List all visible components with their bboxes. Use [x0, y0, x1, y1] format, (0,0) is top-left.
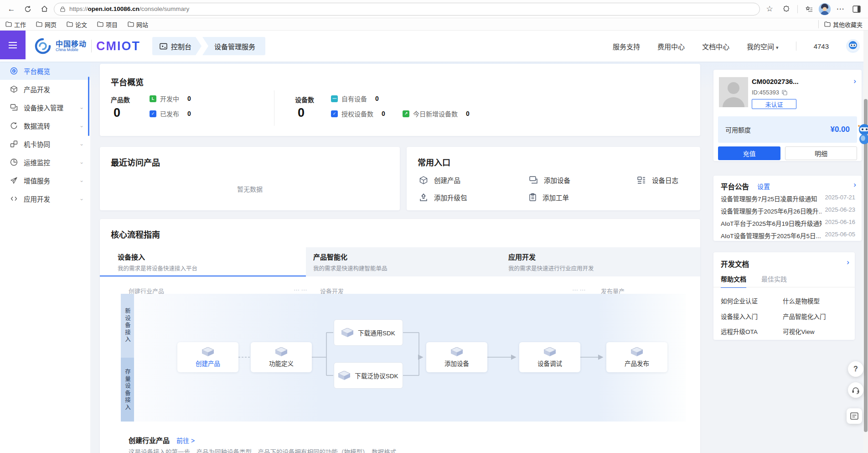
node-create-product[interactable]: 创建产品	[177, 342, 238, 372]
support-float-button[interactable]	[848, 382, 863, 398]
breadcrumb-console[interactable]: 控制台	[152, 37, 202, 55]
node-label: 添加设备	[444, 359, 469, 368]
node-function-definition[interactable]: 功能定义	[251, 342, 312, 372]
sidebar-item-value-added[interactable]: 增值服务 ⌄	[0, 171, 90, 189]
sidebar-item-platform-overview[interactable]: 平台概览	[0, 62, 90, 80]
announcement-row[interactable]: AIoT平台于2025年6月19日晚升级通知2025-06-16	[721, 219, 855, 228]
help-float-button[interactable]: ?	[848, 361, 863, 377]
node-device-debug[interactable]: 设备调试	[519, 342, 580, 372]
browser-toolbar: ← https://open.iot.10086.cn/console/summ…	[0, 0, 868, 18]
nav-my-space[interactable]: 我的空间▾	[747, 42, 779, 51]
doc-link-visual-view[interactable]: 可视化View	[783, 327, 815, 336]
recharge-button[interactable]: 充值	[718, 146, 780, 160]
announcement-row[interactable]: 设备管理服务7月25日凌晨升级通知2025-07-21	[721, 194, 855, 203]
value-added-icon	[10, 177, 18, 184]
announcements-settings-link[interactable]: 设置	[757, 182, 770, 191]
bookmark-folder-work[interactable]: 工作	[5, 20, 26, 29]
account-card: CM00202736... › ID:455393 未认证 可用额度 ¥0.00…	[713, 70, 862, 161]
browser-menu-button[interactable]: ⋯	[833, 2, 847, 16]
node-add-device[interactable]: 添加设备	[426, 342, 487, 372]
doc-link-enterprise-cert[interactable]: 如何企业认证	[721, 296, 758, 305]
nav-service-support[interactable]: 服务支持	[613, 42, 640, 51]
account-name[interactable]: CM00202736...	[752, 78, 799, 85]
node-download-pan-protocol-sdk[interactable]: 下载泛协议SDK	[334, 362, 403, 389]
guide-footer-title: 创建行业产品	[129, 435, 170, 445]
favorite-this-page-button[interactable]: ☆	[763, 2, 776, 16]
quick-add-device[interactable]: 添加设备	[529, 175, 570, 185]
docs-tab-help[interactable]: 帮助文档	[721, 274, 746, 288]
node-label: 功能定义	[269, 359, 294, 368]
bookmark-folder-web[interactable]: 网页	[36, 20, 57, 29]
sidebar-item-app-dev[interactable]: 应用开发 ⌄	[0, 189, 90, 208]
quick-create-product[interactable]: 创建产品	[419, 175, 460, 185]
user-mascot-avatar[interactable]	[846, 39, 860, 53]
bookmark-folder-projects[interactable]: 项目	[97, 20, 118, 29]
copy-icon[interactable]	[782, 90, 787, 95]
menu-toggle-button[interactable]	[0, 31, 26, 59]
address-bar[interactable]: https://open.iot.10086.cn/console/summar…	[54, 3, 760, 16]
sidebar-item-data-flow[interactable]: 数据流转 ⌄	[0, 116, 90, 135]
chevron-down-icon: ⌄	[79, 141, 84, 147]
unverified-badge[interactable]: 未认证	[752, 99, 796, 109]
bookmark-folder-sites[interactable]: 网站	[128, 20, 148, 29]
developing-icon: L	[150, 95, 156, 102]
other-favorites-folder[interactable]: 其他收藏夹	[824, 20, 863, 29]
announcement-row[interactable]: 设备管理服务于2025年6月26日晚升...2025-06-23	[721, 206, 855, 215]
quick-add-ticket[interactable]: 添加工单	[529, 193, 569, 202]
docs-tab-best-practice[interactable]: 最佳实践	[761, 274, 787, 283]
console-icon	[160, 43, 167, 50]
account-chevron-icon[interactable]: ›	[853, 77, 856, 86]
sidebar-item-device-access[interactable]: 设备接入管理 ⌄	[0, 98, 90, 116]
breadcrumb-device-service[interactable]: 设备管理服务	[202, 37, 265, 55]
refresh-button[interactable]	[21, 2, 35, 16]
tab-app-development[interactable]: 应用开发 我的需求是快速进行行业应用开发	[501, 247, 700, 276]
home-button[interactable]	[37, 2, 51, 16]
docs-chevron-icon[interactable]: ›	[847, 258, 849, 267]
bookmark-folder-papers[interactable]: 论文	[67, 20, 87, 29]
data-flow-icon	[10, 122, 18, 130]
nav-doc-center[interactable]: 文档中心	[702, 42, 729, 51]
browser-essentials-button[interactable]	[779, 2, 793, 16]
tab-product-intelligence[interactable]: 产品智能化 我的需求是快速构建智能单品	[306, 247, 501, 276]
account-avatar[interactable]	[719, 77, 748, 107]
quick-device-log[interactable]: 设备日志	[637, 175, 678, 185]
device-count-value: 0	[298, 106, 305, 120]
doc-link-thing-model[interactable]: 什么是物模型	[783, 296, 820, 305]
chevron-down-icon: ⌄	[79, 195, 84, 202]
sidebar-item-label: 增值服务	[24, 176, 50, 185]
tab-device-access[interactable]: 设备接入 我的需求是将设备快速接入平台	[100, 247, 306, 276]
points-value[interactable]: 4743	[814, 42, 829, 50]
doc-link-ota-upgrade[interactable]: 远程升级OTA	[721, 327, 758, 336]
feedback-float-button[interactable]	[847, 408, 862, 424]
favorites-hub-button[interactable]	[802, 2, 816, 16]
add-device-icon	[529, 176, 538, 184]
dev-docs-card: 开发文档 › 帮助文档 最佳实践 如何企业认证 什么是物模型 设备接入入门 产品…	[713, 252, 855, 340]
page-scrollbar[interactable]	[863, 31, 868, 453]
nav-billing-center[interactable]: 费用中心	[657, 42, 685, 51]
sidebar-item-label: 设备接入管理	[24, 103, 63, 112]
guide-go-link[interactable]: 前往 >	[176, 436, 195, 445]
sidebar-item-product-dev[interactable]: 产品开发	[0, 80, 90, 98]
browser-profile-avatar[interactable]	[819, 3, 831, 15]
sidebar-scroll-indicator[interactable]	[88, 77, 89, 136]
assistant-mascot[interactable]	[856, 123, 868, 145]
sidebar-item-sim-collab[interactable]: 机卡协同 ⌄	[0, 135, 90, 153]
stage-dots: ⋯ ⋯	[572, 286, 586, 293]
chevron-down-icon: ⌄	[79, 177, 84, 183]
announcement-row[interactable]: AIoT设备管理服务于2025年6月5日...2025-06-05	[721, 231, 855, 240]
device-count-label: 设备数	[295, 95, 314, 104]
balance-label: 可用额度	[725, 125, 751, 134]
back-button[interactable]: ←	[5, 2, 18, 16]
folder-icon	[36, 21, 42, 27]
doc-link-device-access-intro[interactable]: 设备接入入门	[721, 312, 758, 321]
quick-add-upgrade-package[interactable]: 添加升级包	[419, 193, 467, 202]
scrollbar-thumb[interactable]	[864, 99, 868, 432]
doc-link-product-intelligence-intro[interactable]: 产品智能化入门	[783, 312, 826, 321]
copilot-sidebar-button[interactable]	[850, 2, 863, 16]
sidebar-item-label: 机卡协同	[24, 139, 50, 149]
node-download-common-sdk[interactable]: 下载通用SDK	[334, 319, 403, 346]
node-product-publish[interactable]: 产品发布	[606, 342, 667, 372]
details-button[interactable]: 明细	[785, 146, 857, 160]
sidebar-item-ops-monitor[interactable]: 运维监控 ⌄	[0, 153, 90, 171]
announcements-chevron-icon[interactable]: ›	[853, 180, 856, 189]
